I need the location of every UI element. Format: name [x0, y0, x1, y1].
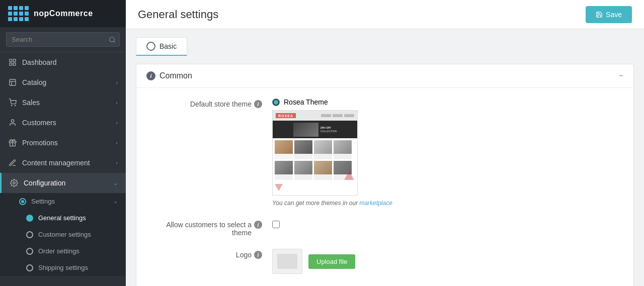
marketplace-text: You can get more themes in our marketpla… — [272, 200, 618, 207]
search-input[interactable] — [6, 32, 120, 47]
sidebar-item-dashboard[interactable]: Dashboard — [0, 52, 126, 72]
chevron-right-icon: ‹ — [116, 140, 118, 146]
svg-point-0 — [110, 37, 114, 41]
chevron-down-icon: ⌄ — [113, 180, 118, 186]
tab-bar: Basic — [136, 37, 634, 56]
allow-select-theme-control — [272, 219, 618, 228]
sidebar-sub-label: Order settings — [38, 247, 79, 255]
sidebar-item-customer-settings[interactable]: Customer settings — [0, 226, 126, 243]
chevron-right-icon: ‹ — [116, 79, 118, 85]
sidebar-item-label: Promotions — [22, 139, 111, 147]
allow-theme-help-icon[interactable]: i — [254, 221, 262, 229]
sidebar-item-configuration[interactable]: Configuration ⌄ — [0, 173, 126, 193]
svg-rect-4 — [10, 63, 12, 65]
logo-row: Logo i Upload file — [151, 249, 618, 274]
rosea-theme-label: Rosea Theme — [284, 98, 328, 106]
common-panel-header: i Common − — [136, 64, 633, 88]
common-section: i Common − Default store theme i Rosea T… — [136, 64, 634, 286]
rosea-theme-radio[interactable] — [272, 99, 280, 106]
sidebar-item-label: Customers — [22, 119, 111, 127]
save-icon — [596, 11, 603, 18]
svg-point-14 — [13, 182, 15, 184]
dot-icon — [26, 231, 33, 238]
svg-rect-2 — [10, 59, 12, 62]
tab-basic-icon — [146, 42, 155, 51]
sidebar-item-label: Configuration — [24, 179, 108, 187]
svg-rect-5 — [13, 63, 16, 65]
sidebar-sub-label: Customer settings — [38, 231, 91, 238]
brand-name: nopCommerce — [34, 9, 93, 18]
sidebar-item-label: Dashboard — [22, 58, 118, 66]
sidebar-item-label: Content management — [22, 159, 111, 167]
sidebar-item-label: Sales — [22, 99, 111, 107]
sidebar-sub-label: Settings — [31, 198, 55, 205]
collapse-button[interactable]: − — [619, 72, 623, 80]
rosea-theme-option: Rosea Theme — [272, 98, 618, 106]
logo-help-icon[interactable]: i — [254, 251, 262, 259]
upload-button[interactable]: Upload file — [308, 254, 355, 269]
sidebar-item-label: Catalog — [22, 78, 111, 86]
sidebar-item-promotions[interactable]: Promotions ‹ — [0, 133, 126, 153]
chevron-down-icon: ⌄ — [113, 198, 118, 205]
sidebar-header: nopCommerce — [0, 0, 126, 27]
main-header: General settings Save — [126, 0, 644, 29]
sales-icon — [8, 98, 17, 107]
save-button[interactable]: Save — [586, 6, 632, 23]
sidebar-item-order-settings[interactable]: Order settings — [0, 243, 126, 259]
sidebar-item-customers[interactable]: Customers ‹ — [0, 113, 126, 133]
default-theme-help-icon[interactable]: i — [254, 100, 262, 108]
sidebar-sub-label: Shipping settings — [38, 264, 88, 271]
sidebar: nopCommerce Dashboard Catalog ‹ Sales ‹ — [0, 0, 126, 286]
chevron-right-icon: ‹ — [116, 160, 118, 166]
dot-icon — [19, 198, 26, 205]
svg-point-10 — [15, 105, 16, 106]
sidebar-item-shipping-settings[interactable]: Shipping settings — [0, 259, 126, 276]
info-icon: i — [146, 71, 155, 80]
tab-basic-label: Basic — [159, 42, 177, 50]
dot-icon — [26, 248, 33, 255]
dashboard-icon — [8, 58, 17, 67]
chevron-right-icon: ‹ — [116, 100, 118, 106]
sidebar-item-general-settings[interactable]: General settings — [0, 210, 126, 226]
allow-select-theme-checkbox[interactable] — [272, 221, 280, 228]
main-content: General settings Save Basic i Common − — [126, 0, 644, 286]
search-container — [0, 27, 126, 52]
svg-rect-3 — [13, 59, 16, 62]
svg-point-9 — [11, 105, 12, 106]
allow-select-theme-row: Allow customers to select a theme i — [151, 219, 618, 237]
marketplace-link[interactable]: marketplace — [359, 200, 392, 207]
default-theme-row: Default store theme i Rosea Theme ROSEA — [151, 98, 618, 207]
common-panel-title: i Common — [146, 71, 192, 80]
default-theme-control: Rosea Theme ROSEA — [272, 98, 618, 207]
tab-basic[interactable]: Basic — [136, 37, 187, 56]
sidebar-item-content-management[interactable]: Content management ‹ — [0, 153, 126, 173]
promotions-icon — [8, 138, 17, 147]
dot-icon — [26, 264, 33, 271]
logo-control: Upload file — [272, 249, 618, 274]
svg-rect-6 — [10, 79, 16, 85]
theme-logo: ROSEA — [276, 113, 296, 118]
search-icon — [109, 36, 116, 43]
logo-icon — [8, 6, 29, 21]
theme-preview-image: ROSEA — [272, 110, 358, 196]
default-theme-label: Default store theme i — [151, 98, 262, 108]
customers-icon — [8, 118, 17, 127]
content-icon — [8, 158, 17, 167]
catalog-icon — [8, 78, 17, 87]
configuration-icon — [10, 178, 19, 187]
sidebar-sub-label: General settings — [38, 214, 86, 222]
sidebar-item-settings[interactable]: Settings ⌄ — [0, 193, 126, 210]
content-area: Basic i Common − Default store theme i — [126, 29, 644, 286]
logo-label: Logo i — [151, 249, 262, 259]
dot-active-icon — [26, 215, 33, 222]
configuration-submenu: Settings ⌄ General settings Customer set… — [0, 193, 126, 276]
common-panel-body: Default store theme i Rosea Theme ROSEA — [136, 88, 633, 286]
sidebar-item-sales[interactable]: Sales ‹ — [0, 92, 126, 113]
page-title: General settings — [138, 8, 218, 21]
svg-point-11 — [11, 120, 14, 122]
chevron-right-icon: ‹ — [116, 120, 118, 126]
sidebar-item-catalog[interactable]: Catalog ‹ — [0, 72, 126, 92]
allow-select-theme-label: Allow customers to select a theme i — [151, 219, 262, 237]
svg-line-1 — [114, 41, 115, 42]
